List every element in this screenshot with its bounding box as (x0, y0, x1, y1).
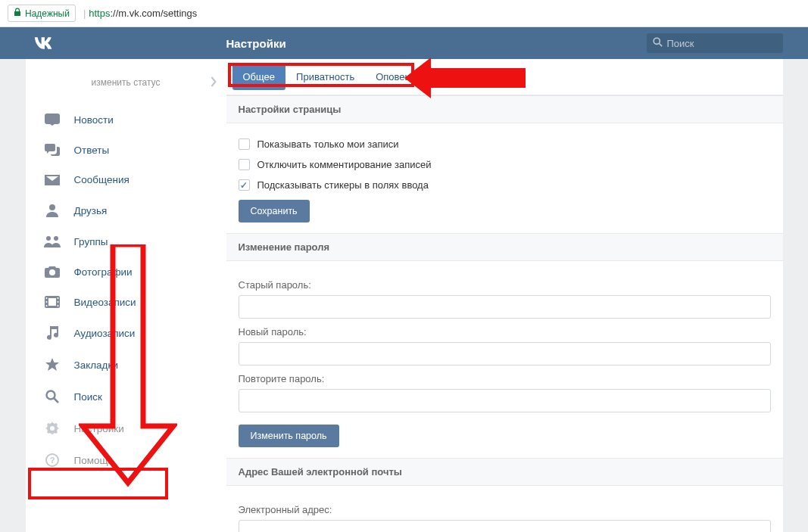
sidebar-item-label: Поиск (74, 391, 102, 403)
section-password-body: Старый пароль: Новый пароль: Повторите п… (226, 261, 783, 458)
sidebar-item-news[interactable]: Новости (26, 104, 226, 135)
sidebar-item-photos[interactable]: Фотографии (26, 257, 226, 287)
svg-line-1 (659, 44, 662, 47)
news-icon (44, 114, 61, 126)
sidebar-item-friends[interactable]: Друзья (26, 194, 226, 226)
old-password-input[interactable] (239, 295, 771, 319)
svg-point-7 (45, 297, 47, 299)
save-button[interactable]: Сохранить (239, 200, 310, 222)
secure-badge: Надежный (8, 5, 76, 22)
vk-logo[interactable] (26, 35, 226, 52)
sidebar-item-label: Новости (74, 114, 114, 126)
svg-point-9 (45, 305, 47, 306)
repeat-password-label: Повторите пароль: (239, 373, 771, 384)
tab-blacklist[interactable]: Чёрный список (445, 64, 535, 90)
sidebar-item-label: Аудиозаписи (74, 328, 136, 339)
sidebar-item-audio[interactable]: Аудиозаписи (26, 317, 226, 349)
section-email-header: Адрес Вашей электронной почты (226, 458, 783, 486)
sidebar-item-label: Фотографии (74, 266, 133, 278)
sidebar: изменить статус Новости Ответы Сообщения… (26, 59, 226, 532)
sidebar-item-label: Помощь (74, 455, 114, 466)
svg-rect-6 (48, 298, 56, 306)
search-icon (44, 390, 61, 403)
sidebar-item-videos[interactable]: Видеозаписи (26, 287, 226, 317)
svg-text:?: ? (49, 456, 55, 465)
checkbox-icon (239, 179, 250, 191)
svg-point-2 (49, 204, 55, 210)
svg-point-11 (57, 301, 58, 303)
sidebar-item-settings[interactable]: Настройки (26, 412, 226, 444)
messages-icon (44, 175, 61, 185)
checkbox-icon (239, 138, 250, 150)
search-box[interactable]: Поиск (647, 33, 783, 53)
sidebar-item-bookmarks[interactable]: Закладки (26, 349, 226, 381)
search-icon (653, 37, 663, 49)
svg-point-0 (654, 38, 660, 44)
email-input[interactable] (239, 520, 771, 532)
checkbox-suggest-stickers[interactable]: Подсказывать стикеры в полях ввода (239, 175, 771, 195)
checkbox-label: Показывать только мои записи (257, 138, 399, 150)
change-password-button[interactable]: Изменить пароль (239, 425, 339, 447)
lock-icon (14, 8, 21, 19)
status-text: изменить статус (92, 77, 161, 88)
checkbox-only-my-posts[interactable]: Показывать только мои записи (239, 134, 771, 154)
browser-url-bar: Надежный | https://m.vk.com/settings (0, 0, 808, 27)
sidebar-item-label: Друзья (74, 205, 108, 216)
section-page-settings-body: Показывать только мои записи Отключить к… (226, 123, 783, 233)
search-placeholder: Поиск (667, 38, 694, 49)
chevron-right-icon (211, 76, 217, 89)
tab-privacy[interactable]: Приватность (285, 64, 365, 90)
new-password-label: Новый пароль: (239, 326, 771, 338)
secure-label: Надежный (25, 8, 70, 19)
replies-icon (44, 144, 61, 156)
sidebar-item-messages[interactable]: Сообщения (26, 165, 226, 194)
sidebar-item-label: Настройки (74, 423, 124, 434)
tabs-row: Общее Приватность Оповещения Чёрный спис… (226, 59, 783, 95)
old-password-label: Старый пароль: (239, 279, 771, 291)
page-title: Настройки (226, 37, 647, 50)
checkbox-disable-comments[interactable]: Отключить комментирование записей (239, 154, 771, 175)
separator: | (83, 8, 86, 19)
sidebar-item-label: Сообщения (74, 174, 129, 185)
url-text[interactable]: https://m.vk.com/settings (89, 8, 197, 19)
section-email-body: Электронный адрес: Сохранить адрес (226, 486, 783, 532)
help-icon: ? (44, 453, 61, 467)
sidebar-item-label: Закладки (74, 359, 118, 371)
music-icon (44, 326, 61, 340)
camera-icon (44, 266, 61, 278)
section-password-header: Изменение пароля (226, 233, 783, 261)
sidebar-item-label: Ответы (74, 145, 110, 156)
tab-general[interactable]: Общее (232, 64, 286, 90)
svg-point-4 (54, 236, 58, 241)
svg-line-14 (54, 398, 58, 403)
gear-icon (44, 422, 61, 435)
repeat-password-input[interactable] (239, 389, 771, 412)
sidebar-item-search[interactable]: Поиск (26, 381, 226, 412)
svg-point-10 (57, 297, 58, 299)
svg-point-13 (46, 391, 55, 400)
checkbox-label: Подсказывать стикеры в полях ввода (257, 179, 429, 191)
svg-point-3 (46, 236, 51, 241)
svg-point-8 (45, 301, 47, 303)
topbar: Настройки Поиск (0, 27, 808, 59)
section-page-settings-header: Настройки страницы (226, 95, 783, 123)
email-label: Электронный адрес: (239, 504, 771, 515)
sidebar-item-replies[interactable]: Ответы (26, 135, 226, 165)
main-content: Общее Приватность Оповещения Чёрный спис… (226, 59, 783, 532)
groups-icon (44, 235, 61, 247)
sidebar-item-help[interactable]: ? Помощь (26, 444, 226, 476)
status-row[interactable]: изменить статус (26, 59, 226, 104)
sidebar-item-label: Группы (74, 236, 108, 247)
sidebar-item-groups[interactable]: Группы (26, 226, 226, 257)
sidebar-item-label: Видеозаписи (74, 297, 136, 308)
checkbox-icon (239, 159, 250, 170)
checkbox-label: Отключить комментирование записей (257, 159, 432, 170)
film-icon (44, 296, 61, 308)
new-password-input[interactable] (239, 342, 771, 366)
friends-icon (44, 204, 61, 217)
star-icon (44, 358, 61, 372)
svg-point-12 (57, 305, 58, 306)
tab-notifications[interactable]: Оповещения (365, 64, 445, 90)
